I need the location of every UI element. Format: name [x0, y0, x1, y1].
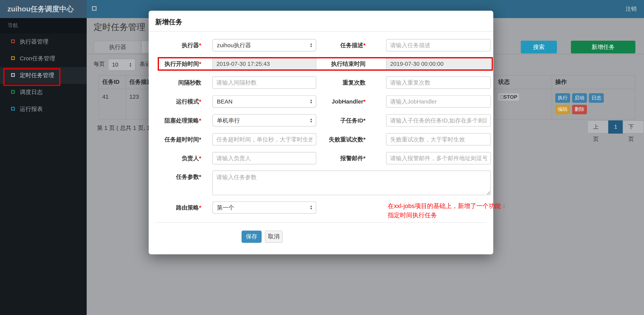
- select-arrows-icon: [309, 99, 313, 104]
- owner-label: 负责人*: [149, 152, 201, 164]
- col-task-id: 任务ID: [99, 76, 126, 89]
- run-mode-select[interactable]: BEAN: [212, 95, 316, 108]
- alarm-email-label: 报警邮件*: [317, 152, 366, 164]
- executor-select[interactable]: zuihou执行器: [212, 39, 316, 52]
- prev-page-button[interactable]: 上页: [587, 120, 609, 134]
- page-size-select[interactable]: 10: [108, 59, 136, 71]
- modal-title: 新增任务: [155, 18, 182, 27]
- fail-retry-input[interactable]: [386, 133, 491, 146]
- sidebar-item-label: 运行报表: [20, 101, 43, 117]
- executor-label: 执行器*: [149, 39, 201, 52]
- current-page-button[interactable]: 1: [608, 120, 623, 134]
- block-strategy-select[interactable]: 单机串行: [212, 114, 316, 127]
- sidebar-item-run-report[interactable]: 运行报表: [0, 101, 87, 117]
- job-handler-label: JobHandler*: [317, 95, 366, 108]
- select-arrows-icon: [309, 118, 313, 123]
- sidebar-item-executor-mgmt[interactable]: 执行器管理: [0, 33, 87, 50]
- end-time-label: 执行结束时间: [317, 58, 366, 70]
- required-star: *: [199, 42, 201, 49]
- status-badge: □STOP: [498, 93, 519, 101]
- interval-input[interactable]: [212, 76, 316, 89]
- timeout-label: 任务超时时间*: [149, 133, 201, 146]
- required-star: *: [199, 204, 201, 211]
- job-param-textarea[interactable]: [212, 170, 491, 195]
- page-title: 定时任务管理: [94, 21, 146, 33]
- start-time-label: 执行开始时间*: [149, 58, 201, 70]
- timeout-input[interactable]: [212, 133, 316, 146]
- brand-title: zuihou任务调度中心: [0, 0, 87, 18]
- cell-actions: 执行 启动 日志 编辑 删除: [552, 89, 635, 119]
- run-mode-label: 运行模式*: [149, 95, 201, 108]
- child-id-input[interactable]: [386, 114, 491, 127]
- task-desc-label: 任务描述*: [317, 39, 366, 52]
- required-star: *: [364, 155, 366, 162]
- sidebar-section-label: 导航: [0, 18, 87, 33]
- select-arrows-icon: [128, 62, 132, 67]
- sidebar-item-label: 定时任务管理: [20, 67, 54, 84]
- add-task-modal: 新增任务 执行器* zuihou执行器 任务描述* 执行开始时间* 执行结束时间…: [149, 11, 493, 254]
- pagination: 上页 1 下页: [587, 120, 644, 134]
- square-icon: [11, 73, 15, 77]
- search-button[interactable]: 搜索: [521, 41, 557, 53]
- square-icon: [11, 56, 15, 60]
- required-star: *: [199, 98, 201, 105]
- col-actions: 操作: [552, 76, 635, 89]
- cell-status: □STOP: [495, 89, 552, 119]
- job-param-label: 任务参数*: [149, 170, 201, 183]
- cancel-button[interactable]: 取消: [265, 230, 282, 243]
- square-icon: [11, 90, 15, 94]
- app-root: zuihou任务调度中心 注销 导航 执行器管理 Cron任务管理 定时任务管理…: [0, 0, 644, 315]
- save-button[interactable]: 保存: [242, 230, 262, 243]
- pagination-summary: 第 1 页 ( 总共 1 页, 1: [97, 124, 150, 132]
- child-id-label: 子任务ID*: [317, 114, 366, 127]
- start-button[interactable]: 启动: [572, 93, 587, 103]
- required-star: *: [199, 155, 201, 162]
- required-star: *: [199, 60, 201, 67]
- cell-task-id: 41: [99, 89, 126, 119]
- square-icon: [11, 40, 15, 43]
- add-task-button[interactable]: 新增任务: [571, 41, 635, 53]
- next-page-button[interactable]: 下页: [622, 120, 644, 134]
- required-star: *: [199, 173, 201, 180]
- feature-note-line2: 指定时间执行任务: [388, 211, 492, 220]
- sidebar-item-cron-task-mgmt[interactable]: Cron任务管理: [0, 50, 87, 67]
- execute-button[interactable]: 执行: [555, 93, 570, 103]
- route-strategy-select[interactable]: 第一个: [212, 201, 316, 214]
- sidebar: 导航 执行器管理 Cron任务管理 定时任务管理 调度日志 运行报表: [0, 18, 87, 315]
- required-star: *: [364, 136, 366, 143]
- sidebar-item-label: 调度日志: [20, 84, 43, 101]
- delete-button[interactable]: 删除: [572, 105, 587, 114]
- col-status: 状态: [495, 76, 552, 89]
- alarm-email-input[interactable]: [386, 152, 491, 164]
- sidebar-item-label: 执行器管理: [20, 33, 48, 50]
- select-arrows-icon: [309, 205, 313, 210]
- owner-input[interactable]: [212, 152, 316, 164]
- block-strategy-label: 阻塞处理策略*: [149, 114, 201, 127]
- page-size-prefix: 每页: [94, 60, 105, 68]
- route-strategy-label: 路由策略*: [149, 201, 201, 214]
- required-star: *: [364, 42, 366, 49]
- modal-header-divider: [149, 31, 493, 32]
- required-star: *: [364, 98, 366, 105]
- interval-label: 间隔秒数: [149, 76, 201, 89]
- sidebar-item-timed-task-mgmt[interactable]: 定时任务管理: [0, 67, 87, 84]
- square-icon: [11, 107, 15, 111]
- job-handler-input[interactable]: [386, 95, 491, 108]
- logout-link[interactable]: 注销: [622, 0, 640, 18]
- menu-toggle-icon[interactable]: [92, 6, 96, 11]
- edit-button[interactable]: 编辑: [555, 105, 570, 114]
- end-time-input[interactable]: [386, 58, 491, 70]
- modal-footer-divider: [155, 222, 487, 223]
- required-star: *: [364, 117, 366, 124]
- executor-filter-label: 执行器: [94, 41, 142, 53]
- fail-retry-label: 失败重试次数*: [317, 133, 366, 146]
- required-star: *: [199, 136, 201, 143]
- feature-note-line1: 在xxl-jobs项目的基础上，新增了一个功能：: [388, 201, 492, 210]
- action-buttons: 执行 启动 日志 编辑 删除: [555, 93, 604, 114]
- repeat-input[interactable]: [386, 76, 491, 89]
- required-star: *: [199, 117, 201, 124]
- sidebar-item-dispatch-log[interactable]: 调度日志: [0, 84, 87, 101]
- log-button[interactable]: 日志: [589, 93, 604, 103]
- task-desc-input[interactable]: [386, 39, 491, 52]
- start-time-input[interactable]: [212, 58, 316, 70]
